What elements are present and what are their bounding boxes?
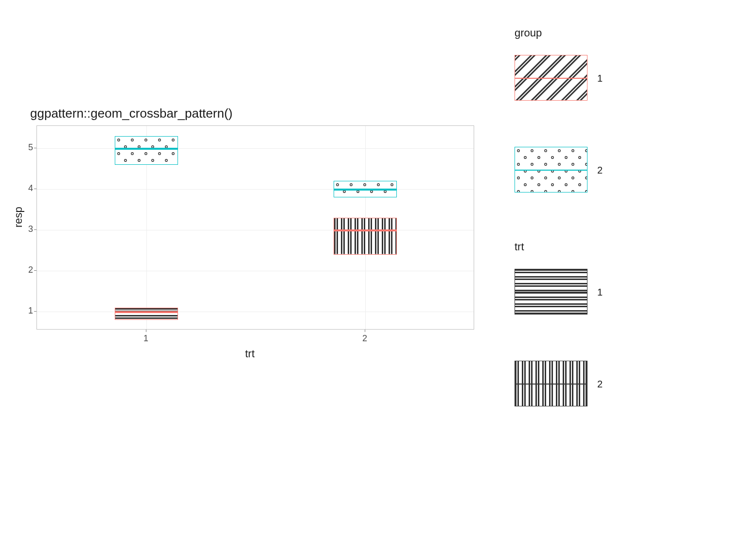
crossbar: [334, 181, 397, 197]
y-tick-mark: [34, 311, 36, 312]
y-tick-label: 2: [23, 265, 33, 275]
figure-root: { "chart_data": { "type": "crossbar", "t…: [0, 0, 747, 560]
svg-rect-14: [334, 218, 396, 254]
y-tick-mark: [34, 189, 36, 189]
grid-line-h: [37, 148, 474, 149]
y-tick-label: 1: [23, 306, 33, 316]
crossbar: [115, 136, 178, 165]
legend-label-trt-2: 2: [597, 379, 603, 390]
grid-line-h: [37, 312, 474, 312]
y-tick-mark: [34, 229, 36, 230]
svg-rect-12: [115, 308, 178, 319]
svg-rect-13: [115, 137, 178, 164]
crossbar: [334, 218, 397, 255]
plot-title: ggpattern::geom_crossbar_pattern(): [30, 106, 232, 121]
x-tick-label: 1: [141, 333, 151, 344]
grid-line-h: [37, 230, 474, 230]
y-tick-label: 4: [23, 183, 33, 193]
legend-key-group-1: [515, 55, 587, 101]
y-tick-label: 3: [23, 224, 33, 234]
y-tick-mark: [34, 270, 36, 271]
grid-line-h: [37, 189, 474, 190]
crossbar: [115, 308, 178, 320]
legend-key-trt-1: [515, 269, 587, 315]
grid-line-h: [37, 271, 474, 271]
x-tick-mark: [146, 330, 146, 332]
x-tick-mark: [365, 330, 365, 332]
legend-key-trt-2: [515, 361, 587, 406]
legend-label-trt-1: 1: [597, 287, 603, 298]
legend-title-group: group: [515, 27, 542, 39]
y-tick-label: 5: [23, 142, 33, 153]
legend-label-group-2: 2: [597, 165, 603, 176]
x-tick-label: 2: [360, 333, 370, 344]
y-tick-mark: [34, 148, 36, 148]
legend-key-group-2: [515, 147, 587, 192]
legend-title-trt: trt: [515, 241, 524, 253]
plot-panel: [36, 125, 474, 330]
x-axis-label: trt: [245, 348, 255, 360]
legend-label-group-1: 1: [597, 73, 603, 84]
